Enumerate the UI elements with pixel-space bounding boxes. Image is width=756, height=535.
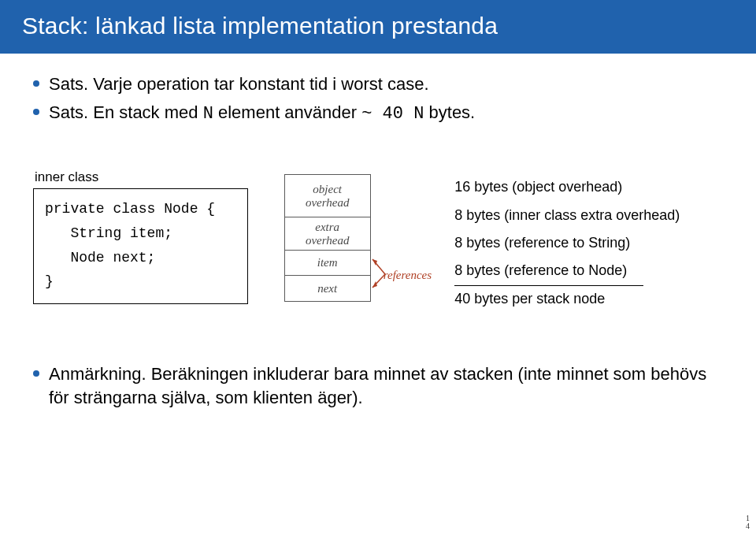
inner-class-label: inner class	[35, 169, 248, 185]
cell-object-overhead: object overhead	[285, 175, 370, 217]
mem-line-2: 8 bytes (inner class extra overhead)	[454, 206, 723, 225]
code-line-4: }	[45, 273, 54, 289]
code-line-1: private class Node {	[45, 201, 215, 217]
code-line-3: Node next;	[45, 250, 155, 266]
cell-next: next	[285, 276, 370, 301]
memory-stack-boxes: object overhead extra overhead item next	[284, 174, 371, 302]
footer-bullets: Anmärkning. Beräkningen inkluderar bara …	[33, 362, 723, 409]
references-label: references	[384, 269, 432, 282]
bullet-2: Sats. En stack med N element använder ~ …	[33, 101, 723, 126]
code-box: private class Node { String item; Node n…	[33, 188, 248, 303]
slide-title-bar: Stack: länkad lista implementation prest…	[0, 0, 756, 54]
middle-row: inner class private class Node { String …	[33, 169, 723, 317]
bullet-2-prefix: Sats.	[49, 102, 88, 122]
bullet-dot-icon	[33, 109, 39, 115]
main-bullets: Sats. Varje operation tar konstant tid i…	[33, 72, 723, 125]
cell-extra-overhead: extra overhead	[285, 217, 370, 251]
page-number-bottom: 4	[746, 522, 750, 530]
slide-content: Sats. Varje operation tar konstant tid i…	[0, 54, 756, 410]
mem-line-3: 8 bytes (reference to String)	[454, 233, 723, 253]
mem-line-4: 8 bytes (reference to Node)	[454, 261, 723, 281]
mem-line-1: 16 bytes (object overhead)	[454, 177, 723, 197]
bullet-2-text-b: element använder	[213, 102, 361, 122]
footer-bullet: Anmärkning. Beräkningen inkluderar bara …	[33, 362, 723, 409]
bullet-2-N1: N	[203, 104, 213, 124]
memory-diagram: object overhead extra overhead item next…	[284, 169, 418, 302]
bullet-dot-icon	[33, 80, 39, 87]
svg-marker-3	[372, 281, 377, 288]
bullet-2-text-a: En stack med	[88, 102, 203, 122]
bullet-dot-icon	[33, 370, 39, 377]
mem-total: 40 bytes per stack node	[454, 289, 723, 309]
bullet-1: Sats. Varje operation tar konstant tid i…	[33, 72, 723, 96]
sum-divider	[454, 285, 643, 286]
memory-breakdown: 16 bytes (object overhead) 8 bytes (inne…	[454, 169, 723, 317]
bullet-1-text: Varje operation tar konstant tid i worst…	[88, 74, 428, 94]
bullet-2-tilde: ~ 40 N	[361, 104, 424, 124]
bullet-2-text-c: bytes.	[424, 102, 475, 122]
code-line-2: String item;	[45, 225, 172, 241]
bullet-1-prefix: Sats.	[49, 74, 88, 94]
slide-title: Stack: länkad lista implementation prest…	[22, 13, 498, 39]
page-number: 1 4	[746, 515, 750, 530]
footer-prefix: Anmärkning.	[49, 364, 146, 384]
code-column: inner class private class Node { String …	[33, 169, 248, 303]
cell-item: item	[285, 251, 370, 276]
footer-text: Beräkningen inkluderar bara minnet av st…	[49, 364, 706, 407]
